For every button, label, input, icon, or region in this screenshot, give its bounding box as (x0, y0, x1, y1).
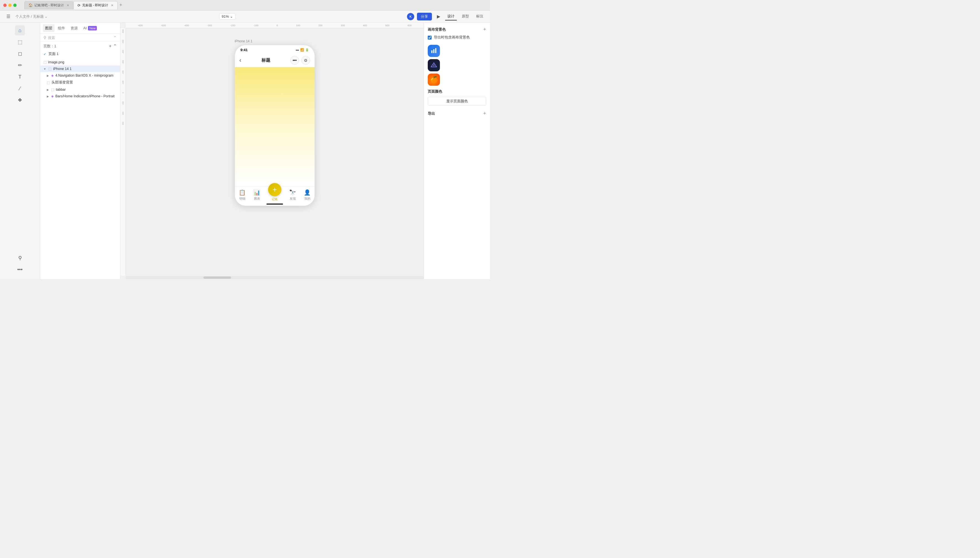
search-bar: ⚲ ⌃ (40, 34, 120, 42)
page-count: 页数：1 (43, 44, 56, 49)
toolbar-right: K 分享 ▶ 设计 原型 标注 (407, 13, 485, 20)
app-icons-section: 🍊 (428, 45, 486, 86)
close-button[interactable] (3, 3, 7, 7)
show-page-color-button[interactable]: 显示页面颜色 (428, 97, 486, 106)
search-input[interactable] (48, 36, 112, 40)
sidebar-text-icon[interactable]: T (15, 72, 25, 82)
tab-prototype[interactable]: 原型 (460, 13, 471, 20)
tab-mine[interactable]: 👤 我的 (304, 189, 311, 201)
add-tab-button[interactable]: + (119, 1, 122, 10)
share-button[interactable]: 分享 (417, 13, 432, 20)
sidebar-component-icon[interactable]: ❖ (15, 95, 25, 105)
add-fab-button[interactable]: + (268, 183, 281, 196)
home-icon: 🏠 (28, 3, 33, 7)
component-diamond-icon: ◈ (51, 94, 54, 98)
add-page-button[interactable]: + (109, 43, 112, 49)
minimize-button[interactable] (8, 3, 12, 7)
tab-design[interactable]: 设计 (445, 13, 457, 20)
app-icon-fruit: 🍊 (428, 74, 440, 86)
tab-2-close[interactable]: ✕ (111, 3, 113, 7)
page-color-section: 页面颜色 显示页面颜色 (428, 89, 486, 106)
svg-rect-2 (435, 48, 436, 53)
play-button[interactable]: ▶ (435, 13, 442, 20)
tab-annotate[interactable]: 标注 (474, 13, 485, 20)
expand-arrow-icon[interactable]: ▶ (47, 95, 49, 98)
nav-title: 标题 (261, 57, 270, 63)
list-item[interactable]: ▶ ◈ 4.Navigation Bar/IOS X - miniprogram (40, 72, 120, 79)
icon-sidebar: ⌂ ⬚ ◻ ✏ T ∕ ❖ ⚲ ••• (0, 23, 40, 279)
nav-action-camera[interactable]: ⊙ (301, 56, 310, 65)
layer-name: tabbar (56, 88, 66, 92)
tab-layers[interactable]: 图层 (43, 24, 54, 32)
tab-1[interactable]: 🏠 记账簿吧 - 即时设计 ✕ (25, 1, 73, 10)
tab-ai[interactable]: AI New (81, 25, 99, 32)
phone-tabbar: 📋 明细 📊 图表 + 记账 (235, 186, 314, 206)
list-item[interactable]: ▶ ⬚ tabbar (40, 86, 120, 93)
sidebar-home-icon[interactable]: ⌂ (15, 25, 25, 35)
tab-chart[interactable]: 📊 图表 (253, 189, 260, 201)
page-1-item[interactable]: ✓ 页面 1 (40, 50, 120, 58)
sidebar-frame-icon[interactable]: ⬚ (15, 37, 25, 47)
phone-nav-bar: ‹ 标题 ••• ⊙ (235, 54, 314, 67)
canvas-content[interactable]: iPhone 14 1 9:41 ▪▪▪ 📶 🔋 ‹ 标题 (126, 28, 424, 274)
ai-new-badge: New (88, 26, 97, 30)
list-item[interactable]: ⬚ 头部渐变背景 (40, 79, 120, 86)
export-section: 导出 + (428, 111, 486, 117)
export-add-icon[interactable]: + (483, 111, 486, 117)
right-panel: 画布背景色 + 导出时包含画布背景色 (424, 23, 490, 279)
sidebar-more-icon[interactable]: ••• (15, 264, 25, 274)
tab-resources[interactable]: 资源 (68, 24, 80, 32)
page-color-header: 页面颜色 (428, 89, 486, 94)
check-icon: ✓ (43, 52, 46, 56)
phone-frame-label: iPhone 14 1 (235, 39, 315, 43)
list-item[interactable]: ⬚ image.png (40, 59, 120, 66)
frame-icon: ⬚ (51, 88, 54, 92)
app-icon-prism (428, 59, 440, 71)
collapse-pages-button[interactable]: ⌃ (113, 43, 117, 49)
canvas-bg-add-icon[interactable]: + (483, 26, 486, 32)
page-color-title: 页面颜色 (428, 89, 442, 94)
frame-icon: ⬚ (43, 60, 46, 64)
search-icon: ⚲ (43, 35, 46, 40)
sidebar-pen-icon[interactable]: ✏ (15, 60, 25, 70)
nav-actions: ••• ⊙ (290, 56, 310, 65)
list-item[interactable]: ▶ ◈ Bars/Home Indicators/iPhone - Portra… (40, 93, 120, 100)
toolbar-left: ☰ 个人文件 / 无标题 ⌄ (5, 13, 48, 20)
loading-icon: ⟳ (77, 3, 81, 7)
user-avatar: K (407, 13, 414, 20)
expand-arrow-icon[interactable]: ▶ (47, 88, 49, 91)
canvas-bg-title: 画布背景色 (428, 27, 446, 32)
tab-components[interactable]: 组件 (56, 24, 67, 32)
sidebar-shape-icon[interactable]: ◻ (15, 49, 25, 59)
tab-discover[interactable]: 🔭 发现 (289, 189, 296, 201)
horizontal-scrollbar[interactable] (126, 276, 424, 279)
collapse-icon[interactable]: ⌃ (113, 35, 117, 40)
tab-add[interactable]: + 记账 (268, 189, 281, 201)
tab-1-close[interactable]: ✕ (67, 3, 69, 7)
fullscreen-button[interactable] (13, 3, 16, 7)
export-canvas-checkbox[interactable] (428, 36, 432, 39)
canvas-area[interactable]: -600-500-400-300-200-1000100200300400500… (120, 23, 424, 279)
tab-mingxi[interactable]: 📋 明细 (239, 189, 246, 201)
expand-arrow-icon[interactable]: ▶ (47, 74, 49, 77)
titlebar: 🏠 记账簿吧 - 即时设计 ✕ ⟳ 无标题 - 即时设计 ✕ + (0, 0, 490, 10)
toolbar: ☰ 个人文件 / 无标题 ⌄ 91% ⌄ K 分享 ▶ 设计 原型 标注 (0, 10, 490, 23)
menu-button[interactable]: ☰ (5, 13, 12, 20)
traffic-lights (3, 3, 16, 7)
back-arrow-icon[interactable]: ‹ (239, 57, 241, 64)
svg-rect-1 (433, 49, 434, 53)
sidebar-search-icon[interactable]: ⚲ (15, 253, 25, 263)
list-item[interactable]: ▼ ⬚ iPhone 14 1 (40, 66, 120, 72)
tab-bar: 🏠 记账簿吧 - 即时设计 ✕ ⟳ 无标题 - 即时设计 ✕ + (25, 1, 122, 10)
phone-container: iPhone 14 1 9:41 ▪▪▪ 📶 🔋 ‹ 标题 (235, 39, 315, 206)
svg-point-4 (433, 64, 435, 66)
component-diamond-icon: ◈ (51, 74, 54, 77)
expand-arrow-icon[interactable]: ▼ (43, 67, 46, 71)
nav-action-more[interactable]: ••• (290, 56, 299, 65)
tab-2[interactable]: ⟳ 无标题 - 即时设计 ✕ (73, 1, 118, 10)
page-header: 页数：1 + ⌃ (40, 42, 120, 50)
layer-name: image.png (48, 60, 64, 64)
zoom-control[interactable]: 91% ⌄ (219, 13, 235, 20)
layer-name: iPhone 14 1 (53, 67, 72, 71)
sidebar-brush-icon[interactable]: ∕ (15, 84, 25, 94)
